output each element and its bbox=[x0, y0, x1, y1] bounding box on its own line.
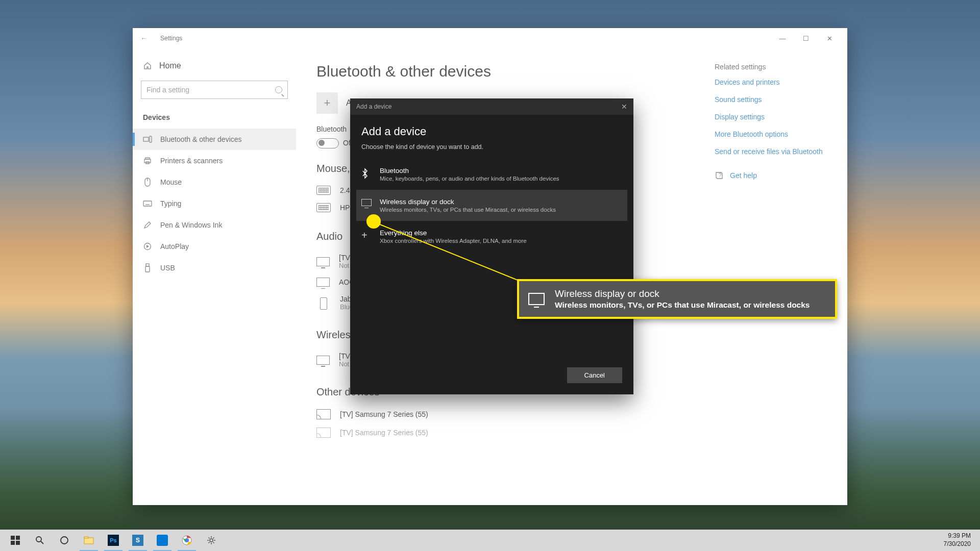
taskbar[interactable]: Ps S 9:39 PM 7/30/2020 bbox=[0, 530, 980, 551]
option-subtitle: Xbox controllers with Wireless Adapter, … bbox=[380, 238, 527, 244]
option-subtitle: Mice, keyboards, pens, or audio and othe… bbox=[380, 176, 559, 182]
start-button[interactable] bbox=[3, 530, 28, 551]
option-bluetooth[interactable]: BluetoothMice, keyboards, pens, or audio… bbox=[356, 159, 627, 190]
search-button[interactable] bbox=[28, 530, 52, 551]
dialog-title: Add a device bbox=[361, 125, 622, 138]
system-tray[interactable]: 9:39 PM 7/30/2020 bbox=[944, 532, 977, 548]
svg-rect-24 bbox=[84, 537, 88, 538]
bluetooth-icon bbox=[361, 168, 372, 179]
dialog-header-text: Add a device bbox=[356, 103, 391, 110]
option-wireless-display[interactable]: Wireless display or dockWireless monitor… bbox=[356, 190, 627, 221]
clock-date: 7/30/2020 bbox=[944, 540, 971, 548]
annotation-dot bbox=[366, 214, 381, 229]
svg-line-21 bbox=[41, 541, 43, 544]
svg-point-27 bbox=[210, 539, 213, 542]
taskbar-explorer[interactable] bbox=[77, 530, 101, 551]
option-subtitle: Wireless monitors, TVs, or PCs that use … bbox=[380, 207, 556, 213]
annotation-callout: Wireless display or dock Wireless monito… bbox=[517, 279, 837, 319]
plus-icon: + bbox=[361, 230, 372, 240]
cancel-button[interactable]: Cancel bbox=[567, 367, 622, 383]
option-title: Wireless display or dock bbox=[380, 198, 556, 206]
add-device-dialog: Add a device ✕ Add a device Choose the k… bbox=[350, 98, 633, 394]
dialog-titlebar: Add a device ✕ bbox=[350, 98, 633, 115]
dialog-footer: Cancel bbox=[350, 359, 633, 394]
svg-point-20 bbox=[36, 537, 41, 542]
dialog-prompt: Choose the kind of device you want to ad… bbox=[361, 143, 622, 151]
svg-rect-23 bbox=[84, 538, 93, 544]
taskbar-settings[interactable] bbox=[199, 530, 224, 551]
option-title: Bluetooth bbox=[380, 167, 559, 174]
svg-point-22 bbox=[61, 537, 68, 544]
callout-title: Wireless display or dock bbox=[555, 288, 810, 299]
monitor-icon bbox=[528, 293, 545, 305]
svg-rect-18 bbox=[11, 541, 15, 545]
monitor-icon bbox=[361, 199, 372, 206]
svg-rect-17 bbox=[16, 536, 20, 540]
clock-time: 9:39 PM bbox=[944, 532, 971, 540]
callout-subtitle: Wireless monitors, TVs, or PCs that use … bbox=[555, 300, 810, 310]
taskbar-snagit[interactable]: S bbox=[126, 530, 150, 551]
option-everything-else[interactable]: + Everything elseXbox controllers with W… bbox=[356, 221, 627, 252]
taskbar-app[interactable] bbox=[150, 530, 175, 551]
svg-rect-19 bbox=[16, 541, 20, 545]
cortana-button[interactable] bbox=[52, 530, 77, 551]
taskbar-chrome[interactable] bbox=[175, 530, 199, 551]
dialog-close-button[interactable]: ✕ bbox=[621, 103, 627, 111]
dialog-body: Add a device Choose the kind of device y… bbox=[350, 115, 633, 257]
svg-rect-16 bbox=[11, 536, 15, 540]
taskbar-photoshop[interactable]: Ps bbox=[101, 530, 126, 551]
